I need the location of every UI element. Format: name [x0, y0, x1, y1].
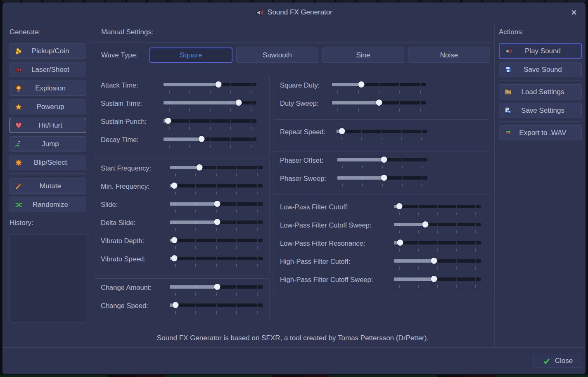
- slider-control[interactable]: [164, 98, 256, 112]
- slider-thumb[interactable]: [197, 164, 203, 171]
- slider-control[interactable]: [170, 300, 263, 314]
- slider-control[interactable]: [164, 134, 256, 148]
- slider-track[interactable]: [164, 83, 256, 86]
- slider-thumb[interactable]: [215, 81, 221, 88]
- slider-track[interactable]: [337, 158, 427, 161]
- slider-control[interactable]: [170, 199, 263, 213]
- generate-button-jump[interactable]: Jump: [9, 136, 86, 152]
- slider-track[interactable]: [332, 83, 426, 86]
- slider-control[interactable]: [332, 80, 426, 94]
- slider-thumb[interactable]: [422, 221, 428, 228]
- slider-track[interactable]: [170, 202, 263, 206]
- slider-track[interactable]: [164, 119, 256, 123]
- slider-track[interactable]: [170, 239, 263, 242]
- slider-thumb[interactable]: [381, 175, 387, 181]
- wave-type-square[interactable]: Square: [149, 47, 232, 63]
- slider-track[interactable]: [170, 303, 263, 307]
- slider-track[interactable]: [337, 130, 427, 133]
- generate-button-pickup-coin[interactable]: Pickup/Coin: [9, 43, 86, 59]
- slider-ticks: [394, 249, 481, 252]
- slider-track[interactable]: [170, 285, 263, 289]
- slider-control[interactable]: [164, 116, 256, 130]
- slider-control[interactable]: [337, 126, 427, 140]
- slider-control[interactable]: [394, 256, 481, 270]
- slider-track[interactable]: [332, 101, 426, 104]
- slider-thumb[interactable]: [171, 237, 178, 243]
- generate-button-laser-shoot[interactable]: Laser/Shoot: [9, 62, 86, 77]
- wave-type-sawtooth[interactable]: Sawtooth: [236, 47, 318, 63]
- slider-ticks: [337, 166, 427, 169]
- slider-thumb[interactable]: [339, 128, 345, 134]
- slider-thumb[interactable]: [172, 302, 178, 308]
- generate-button-hit-hurt[interactable]: Hit/Hurt: [9, 118, 86, 133]
- slider-control[interactable]: [164, 80, 256, 94]
- slider-control[interactable]: [170, 254, 263, 268]
- slider-thumb[interactable]: [214, 219, 220, 225]
- slider-track[interactable]: [164, 138, 256, 141]
- slider-thumb[interactable]: [171, 255, 178, 261]
- slider-track[interactable]: [170, 166, 263, 169]
- slider-track[interactable]: [337, 176, 427, 180]
- slider-thumb[interactable]: [431, 276, 437, 282]
- slider-ticks: [394, 267, 481, 270]
- slider-thumb[interactable]: [214, 201, 220, 207]
- slider-control[interactable]: [332, 98, 426, 112]
- close-button[interactable]: Close: [533, 354, 582, 368]
- generate-panel: Generate: Pickup/Coin Laser/Shoot: [2, 22, 91, 347]
- slider-thumb[interactable]: [165, 118, 171, 124]
- slider-thumb[interactable]: [431, 258, 437, 264]
- generate-button-powerup[interactable]: Powerup: [9, 99, 86, 114]
- speaker-icon: [504, 47, 513, 55]
- randomize-button[interactable]: Randomize: [9, 197, 86, 212]
- slider-track[interactable]: [394, 259, 481, 263]
- wave-type-noise[interactable]: Noise: [408, 47, 490, 63]
- slider-thumb[interactable]: [199, 136, 205, 142]
- slider-control[interactable]: [170, 217, 263, 231]
- save-settings-button[interactable]: Save Settings: [499, 103, 582, 118]
- slider-control[interactable]: [394, 274, 481, 288]
- slider-thumb[interactable]: [397, 239, 403, 246]
- slider-track[interactable]: [394, 205, 481, 208]
- slider-phaser-sweep: Phaser Sweep:: [280, 173, 483, 191]
- wave-type-label: Wave Type:: [95, 51, 146, 59]
- history-list[interactable]: [9, 234, 86, 322]
- slider-control[interactable]: [170, 181, 263, 195]
- slider-ticks: [164, 90, 256, 94]
- wave-type-sine[interactable]: Sine: [322, 47, 404, 63]
- slider-label: Delta Slide:: [101, 217, 170, 227]
- generate-button-explosion[interactable]: Explosion: [9, 81, 86, 96]
- slider-control[interactable]: [394, 202, 481, 216]
- slider-ticks: [170, 192, 263, 195]
- slider-track[interactable]: [164, 101, 256, 104]
- history-heading: History:: [9, 219, 86, 227]
- export-wav-button[interactable]: Export to .WAV: [499, 125, 582, 140]
- slider-control[interactable]: [337, 155, 427, 169]
- slider-thumb[interactable]: [214, 284, 220, 290]
- slider-control[interactable]: [394, 220, 481, 234]
- slider-thumb[interactable]: [171, 183, 178, 189]
- slider-thumb[interactable]: [358, 81, 364, 88]
- slider-control[interactable]: [337, 173, 427, 187]
- generate-button-blip-select[interactable]: Blip/Select: [9, 155, 86, 170]
- slider-label: Low-Pass Filter Resonance:: [280, 238, 394, 247]
- slider-control[interactable]: [170, 282, 263, 296]
- mutate-button[interactable]: Mutate: [9, 178, 86, 194]
- slider-track[interactable]: [394, 277, 481, 281]
- slider-thumb[interactable]: [236, 100, 242, 106]
- slider-track[interactable]: [170, 257, 263, 260]
- slider-track[interactable]: [394, 223, 481, 226]
- slider-thumb[interactable]: [381, 156, 387, 163]
- slider-track[interactable]: [170, 184, 263, 187]
- play-sound-button[interactable]: Play Sound: [499, 43, 582, 59]
- slider-control[interactable]: [170, 235, 263, 249]
- close-icon[interactable]: ✕: [569, 8, 579, 17]
- slider-control[interactable]: [394, 238, 481, 252]
- slider-duty-sweep: Duty Sweep:: [280, 98, 483, 116]
- slider-track[interactable]: [170, 221, 263, 224]
- slider-thumb[interactable]: [396, 203, 402, 209]
- save-sound-button[interactable]: Save Sound: [499, 62, 582, 77]
- slider-control[interactable]: [170, 163, 263, 177]
- slider-thumb[interactable]: [376, 100, 382, 106]
- load-settings-button[interactable]: Load Settings: [499, 84, 582, 100]
- slider-track[interactable]: [394, 241, 481, 244]
